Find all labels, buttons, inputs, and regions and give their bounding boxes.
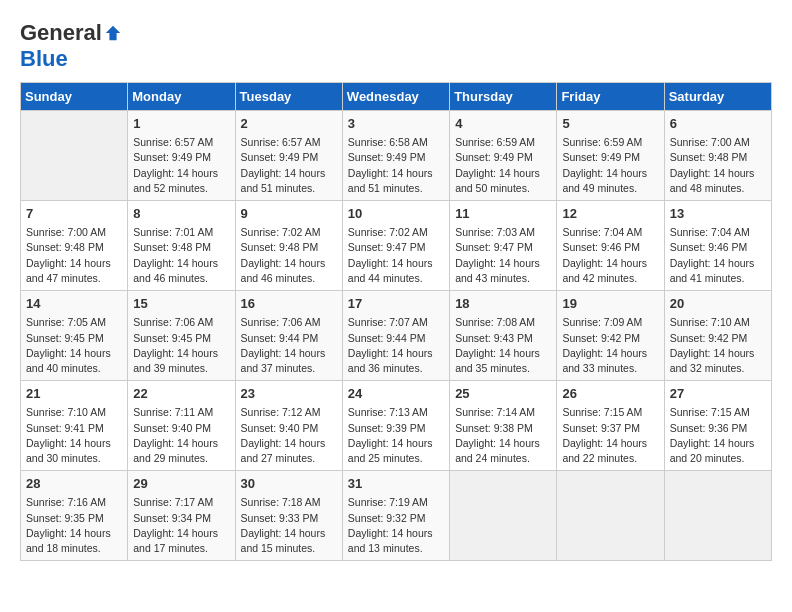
day-info: Sunrise: 7:11 AMSunset: 9:40 PMDaylight:… (133, 405, 229, 466)
day-number: 16 (241, 295, 337, 313)
calendar-cell (21, 111, 128, 201)
calendar-cell: 1Sunrise: 6:57 AMSunset: 9:49 PMDaylight… (128, 111, 235, 201)
day-number: 19 (562, 295, 658, 313)
day-info: Sunrise: 7:06 AMSunset: 9:44 PMDaylight:… (241, 315, 337, 376)
day-info: Sunrise: 7:13 AMSunset: 9:39 PMDaylight:… (348, 405, 444, 466)
day-number: 4 (455, 115, 551, 133)
day-number: 7 (26, 205, 122, 223)
calendar-cell: 26Sunrise: 7:15 AMSunset: 9:37 PMDayligh… (557, 381, 664, 471)
day-number: 27 (670, 385, 766, 403)
day-number: 12 (562, 205, 658, 223)
day-number: 21 (26, 385, 122, 403)
logo: General Blue (20, 20, 122, 72)
day-info: Sunrise: 7:14 AMSunset: 9:38 PMDaylight:… (455, 405, 551, 466)
day-info: Sunrise: 7:06 AMSunset: 9:45 PMDaylight:… (133, 315, 229, 376)
day-number: 24 (348, 385, 444, 403)
day-info: Sunrise: 7:00 AMSunset: 9:48 PMDaylight:… (670, 135, 766, 196)
calendar-cell: 17Sunrise: 7:07 AMSunset: 9:44 PMDayligh… (342, 291, 449, 381)
calendar-cell: 9Sunrise: 7:02 AMSunset: 9:48 PMDaylight… (235, 201, 342, 291)
day-info: Sunrise: 7:16 AMSunset: 9:35 PMDaylight:… (26, 495, 122, 556)
weekday-header-wednesday: Wednesday (342, 83, 449, 111)
calendar-cell: 29Sunrise: 7:17 AMSunset: 9:34 PMDayligh… (128, 471, 235, 561)
calendar-cell: 28Sunrise: 7:16 AMSunset: 9:35 PMDayligh… (21, 471, 128, 561)
day-info: Sunrise: 7:08 AMSunset: 9:43 PMDaylight:… (455, 315, 551, 376)
day-info: Sunrise: 7:04 AMSunset: 9:46 PMDaylight:… (562, 225, 658, 286)
header: General Blue (20, 20, 772, 72)
day-info: Sunrise: 7:05 AMSunset: 9:45 PMDaylight:… (26, 315, 122, 376)
weekday-header-tuesday: Tuesday (235, 83, 342, 111)
day-number: 22 (133, 385, 229, 403)
day-number: 8 (133, 205, 229, 223)
calendar-cell: 11Sunrise: 7:03 AMSunset: 9:47 PMDayligh… (450, 201, 557, 291)
day-number: 31 (348, 475, 444, 493)
calendar-cell: 15Sunrise: 7:06 AMSunset: 9:45 PMDayligh… (128, 291, 235, 381)
day-number: 1 (133, 115, 229, 133)
day-info: Sunrise: 7:03 AMSunset: 9:47 PMDaylight:… (455, 225, 551, 286)
day-info: Sunrise: 7:00 AMSunset: 9:48 PMDaylight:… (26, 225, 122, 286)
day-number: 20 (670, 295, 766, 313)
day-info: Sunrise: 7:19 AMSunset: 9:32 PMDaylight:… (348, 495, 444, 556)
day-info: Sunrise: 7:10 AMSunset: 9:42 PMDaylight:… (670, 315, 766, 376)
calendar-cell: 23Sunrise: 7:12 AMSunset: 9:40 PMDayligh… (235, 381, 342, 471)
weekday-header-saturday: Saturday (664, 83, 771, 111)
day-info: Sunrise: 7:01 AMSunset: 9:48 PMDaylight:… (133, 225, 229, 286)
calendar-cell: 4Sunrise: 6:59 AMSunset: 9:49 PMDaylight… (450, 111, 557, 201)
day-number: 30 (241, 475, 337, 493)
logo-blue-text: Blue (20, 46, 68, 72)
calendar-cell: 18Sunrise: 7:08 AMSunset: 9:43 PMDayligh… (450, 291, 557, 381)
day-number: 18 (455, 295, 551, 313)
calendar-cell: 30Sunrise: 7:18 AMSunset: 9:33 PMDayligh… (235, 471, 342, 561)
day-number: 3 (348, 115, 444, 133)
day-info: Sunrise: 7:15 AMSunset: 9:36 PMDaylight:… (670, 405, 766, 466)
calendar-cell: 2Sunrise: 6:57 AMSunset: 9:49 PMDaylight… (235, 111, 342, 201)
day-info: Sunrise: 7:07 AMSunset: 9:44 PMDaylight:… (348, 315, 444, 376)
day-info: Sunrise: 6:59 AMSunset: 9:49 PMDaylight:… (455, 135, 551, 196)
weekday-header-thursday: Thursday (450, 83, 557, 111)
day-number: 23 (241, 385, 337, 403)
calendar-cell: 3Sunrise: 6:58 AMSunset: 9:49 PMDaylight… (342, 111, 449, 201)
day-info: Sunrise: 7:04 AMSunset: 9:46 PMDaylight:… (670, 225, 766, 286)
calendar-cell (450, 471, 557, 561)
day-number: 13 (670, 205, 766, 223)
calendar-cell (557, 471, 664, 561)
calendar-cell: 13Sunrise: 7:04 AMSunset: 9:46 PMDayligh… (664, 201, 771, 291)
weekday-header-sunday: Sunday (21, 83, 128, 111)
day-info: Sunrise: 6:57 AMSunset: 9:49 PMDaylight:… (133, 135, 229, 196)
day-number: 6 (670, 115, 766, 133)
calendar-cell (664, 471, 771, 561)
day-info: Sunrise: 7:02 AMSunset: 9:47 PMDaylight:… (348, 225, 444, 286)
calendar-cell: 19Sunrise: 7:09 AMSunset: 9:42 PMDayligh… (557, 291, 664, 381)
day-number: 5 (562, 115, 658, 133)
day-info: Sunrise: 6:58 AMSunset: 9:49 PMDaylight:… (348, 135, 444, 196)
day-info: Sunrise: 7:02 AMSunset: 9:48 PMDaylight:… (241, 225, 337, 286)
day-info: Sunrise: 7:18 AMSunset: 9:33 PMDaylight:… (241, 495, 337, 556)
day-info: Sunrise: 7:10 AMSunset: 9:41 PMDaylight:… (26, 405, 122, 466)
calendar-cell: 25Sunrise: 7:14 AMSunset: 9:38 PMDayligh… (450, 381, 557, 471)
calendar-cell: 16Sunrise: 7:06 AMSunset: 9:44 PMDayligh… (235, 291, 342, 381)
weekday-header-friday: Friday (557, 83, 664, 111)
day-number: 14 (26, 295, 122, 313)
calendar-cell: 12Sunrise: 7:04 AMSunset: 9:46 PMDayligh… (557, 201, 664, 291)
day-info: Sunrise: 7:17 AMSunset: 9:34 PMDaylight:… (133, 495, 229, 556)
day-number: 29 (133, 475, 229, 493)
calendar-cell: 8Sunrise: 7:01 AMSunset: 9:48 PMDaylight… (128, 201, 235, 291)
day-info: Sunrise: 7:15 AMSunset: 9:37 PMDaylight:… (562, 405, 658, 466)
weekday-header-monday: Monday (128, 83, 235, 111)
day-number: 10 (348, 205, 444, 223)
day-number: 11 (455, 205, 551, 223)
day-number: 25 (455, 385, 551, 403)
calendar-cell: 6Sunrise: 7:00 AMSunset: 9:48 PMDaylight… (664, 111, 771, 201)
day-info: Sunrise: 7:09 AMSunset: 9:42 PMDaylight:… (562, 315, 658, 376)
day-number: 15 (133, 295, 229, 313)
calendar-cell: 5Sunrise: 6:59 AMSunset: 9:49 PMDaylight… (557, 111, 664, 201)
calendar-cell: 21Sunrise: 7:10 AMSunset: 9:41 PMDayligh… (21, 381, 128, 471)
day-number: 17 (348, 295, 444, 313)
calendar-cell: 20Sunrise: 7:10 AMSunset: 9:42 PMDayligh… (664, 291, 771, 381)
calendar-cell: 27Sunrise: 7:15 AMSunset: 9:36 PMDayligh… (664, 381, 771, 471)
calendar-cell: 31Sunrise: 7:19 AMSunset: 9:32 PMDayligh… (342, 471, 449, 561)
day-number: 2 (241, 115, 337, 133)
logo-icon (104, 24, 122, 42)
calendar-cell: 24Sunrise: 7:13 AMSunset: 9:39 PMDayligh… (342, 381, 449, 471)
day-number: 26 (562, 385, 658, 403)
calendar-cell: 10Sunrise: 7:02 AMSunset: 9:47 PMDayligh… (342, 201, 449, 291)
